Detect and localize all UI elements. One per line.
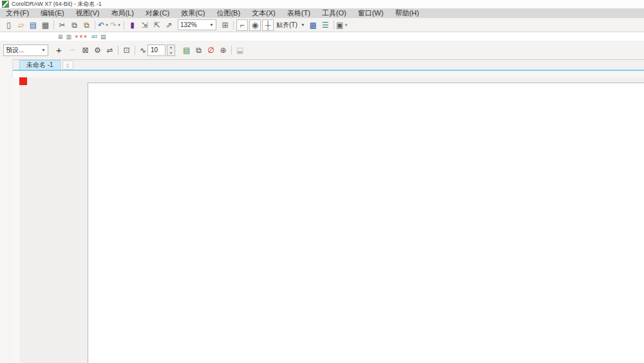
center-distortion-icon[interactable]: ⊕ xyxy=(217,44,229,56)
snap-crosshair-icon[interactable]: ┼ xyxy=(262,19,274,31)
snap-to-combo[interactable]: 贴齐(T) ▼ xyxy=(274,20,307,30)
dock-dict-icon[interactable]: dct xyxy=(91,34,97,39)
undo-icon: ↶ xyxy=(98,21,104,30)
zipper-distortion-icon[interactable]: ⚙ xyxy=(91,44,104,56)
preset-combo[interactable]: 预设... ▼ xyxy=(3,44,48,56)
menu-0[interactable]: 文件(F) xyxy=(0,8,35,18)
separator xyxy=(95,21,95,30)
cut-icon: ✂ xyxy=(59,21,65,30)
menu-11[interactable]: 帮助(H) xyxy=(389,8,424,18)
paste-icon[interactable]: ⧉ xyxy=(80,19,93,31)
menu-2[interactable]: 视图(V) xyxy=(70,8,106,18)
app-settings-icon[interactable]: ☰ xyxy=(319,19,332,31)
copy-distortion-icon: ⧉ xyxy=(196,46,202,55)
print-icon[interactable]: ▦ xyxy=(39,19,52,31)
red-annotation-rectangle xyxy=(19,77,27,85)
save-icon[interactable]: ▤ xyxy=(27,19,39,31)
redo-icon[interactable]: ↷▼ xyxy=(109,19,122,31)
menu-9[interactable]: 工具(O) xyxy=(316,8,352,18)
coreldraw-window: CorelDRAW X7 (64-Bit) - 未命名 -1 文件(F)编辑(E… xyxy=(0,0,644,363)
title-bar: CorelDRAW X7 (64-Bit) - 未命名 -1 xyxy=(0,0,644,8)
menu-4[interactable]: 对象(C) xyxy=(140,8,175,18)
menu-5[interactable]: 效果(C) xyxy=(175,8,211,18)
amplitude-wave-icon: ∿ xyxy=(140,46,146,55)
new-document-icon[interactable]: ▯ xyxy=(3,19,15,31)
separator xyxy=(334,21,334,30)
distortion-amplitude-input[interactable]: 10 xyxy=(147,44,166,56)
show-page-border-icon: ⌐ xyxy=(240,21,244,30)
full-screen-preview-icon[interactable]: ⊞ xyxy=(219,19,231,31)
snap-to-label: 贴齐(T) xyxy=(276,21,298,30)
options-icon[interactable]: ▩ xyxy=(307,19,319,31)
app-launcher-icon[interactable]: ▮ xyxy=(126,19,138,31)
remove-preset-button[interactable]: − xyxy=(66,43,79,57)
chevron-down-icon[interactable]: ▼ xyxy=(344,23,348,27)
property-bar: 预设... ▼ + − ⊠⚙⇌ ⊡ ∿ 10 ▲▼ ▤⧉∅⊕ ⬓ xyxy=(0,41,644,60)
push-pull-distortion-icon: ⊠ xyxy=(82,46,88,55)
menu-3[interactable]: 布局(L) xyxy=(105,8,139,18)
document-tab[interactable]: 未命名 -1 xyxy=(19,60,61,70)
menu-1[interactable]: 编辑(E) xyxy=(35,8,70,18)
artwork-layer xyxy=(19,77,644,363)
docked-mini-toolbar: ⊞▥✕✕✕dct▤ xyxy=(58,32,106,41)
cut-icon[interactable]: ✂ xyxy=(56,19,68,31)
copy-icon[interactable]: ⧉ xyxy=(68,19,80,31)
document-tab-label: 未命名 -1 xyxy=(26,61,53,70)
import-icon[interactable]: ⇲ xyxy=(138,19,151,31)
export-icon: ⇱ xyxy=(153,21,160,30)
publish-pdf-icon: ⇗ xyxy=(166,21,172,30)
push-pull-distortion-icon[interactable]: ⊠ xyxy=(79,44,91,56)
copy-icon: ⧉ xyxy=(71,21,77,30)
dock-grid-icon[interactable]: ⊞ xyxy=(58,34,63,40)
window-title: CorelDRAW X7 (64-Bit) - 未命名 -1 xyxy=(12,0,102,8)
center-distortion-icon: ⊕ xyxy=(220,46,227,55)
export-icon[interactable]: ⇱ xyxy=(151,19,163,31)
menu-10[interactable]: 窗口(W) xyxy=(352,8,390,18)
redo-icon: ↷ xyxy=(110,21,117,30)
open-icon: ▱ xyxy=(18,21,24,30)
dock-sheet-icon[interactable]: ▤ xyxy=(100,34,106,40)
menu-7[interactable]: 文本(X) xyxy=(246,8,281,18)
new-tab-button[interactable]: ▯ xyxy=(62,61,73,70)
print-icon: ▦ xyxy=(42,21,49,30)
amplitude-spinner[interactable]: ▲▼ xyxy=(167,44,175,56)
app-settings-icon: ☰ xyxy=(322,21,329,30)
add-new-distortion-icon[interactable]: ▤ xyxy=(180,44,193,56)
publish-pdf-icon[interactable]: ⇗ xyxy=(163,19,175,31)
copy-distortion-icon[interactable]: ⧉ xyxy=(193,44,205,56)
welcome-screen-icon: ▣ xyxy=(336,21,343,30)
show-page-border-icon[interactable]: ⌐ xyxy=(236,19,248,31)
chevron-down-icon[interactable]: ▼ xyxy=(117,23,121,27)
menu-6[interactable]: 位图(B) xyxy=(211,8,246,18)
zoom-level-combo[interactable]: 132% ▼ xyxy=(178,19,216,30)
options-icon: ▩ xyxy=(310,21,317,30)
undo-icon[interactable]: ↶▼ xyxy=(97,19,109,31)
add-preset-button[interactable]: + xyxy=(52,43,66,57)
random-distortion-icon: ⊡ xyxy=(123,46,129,55)
clear-distortion-icon: ∅ xyxy=(207,46,214,55)
random-distortion-icon[interactable]: ⊡ xyxy=(120,44,133,56)
dock-xxx-icon[interactable]: ✕✕✕ xyxy=(75,34,88,39)
welcome-screen-icon[interactable]: ▣▼ xyxy=(336,19,348,31)
convert-to-curves-icon: ⬓ xyxy=(236,46,243,55)
clear-distortion-icon[interactable]: ∅ xyxy=(205,44,217,56)
add-new-distortion-icon: ▤ xyxy=(183,46,190,55)
drawing-canvas[interactable] xyxy=(19,77,644,363)
dock-table-icon[interactable]: ▥ xyxy=(66,34,72,40)
new-document-icon: ▯ xyxy=(6,21,11,30)
chevron-down-icon[interactable]: ▼ xyxy=(105,23,109,27)
convert-to-curves-icon[interactable]: ⬓ xyxy=(234,44,246,56)
open-icon[interactable]: ▱ xyxy=(15,19,27,31)
chevron-down-icon: ▼ xyxy=(41,48,46,52)
document-tab-bar: 未命名 -1 ▯ xyxy=(0,60,644,71)
toolbox xyxy=(0,58,13,363)
view-mode-icon[interactable]: ◉ xyxy=(249,19,261,31)
zipper-distortion-icon: ⚙ xyxy=(94,46,101,55)
separator xyxy=(124,21,124,30)
twister-distortion-icon[interactable]: ⇌ xyxy=(104,44,116,56)
full-screen-preview-icon: ⊞ xyxy=(222,21,228,30)
paste-icon: ⧉ xyxy=(84,21,90,30)
snap-crosshair-icon: ┼ xyxy=(265,21,271,30)
coreldraw-logo-icon xyxy=(2,1,9,8)
menu-8[interactable]: 表格(T) xyxy=(281,8,316,18)
